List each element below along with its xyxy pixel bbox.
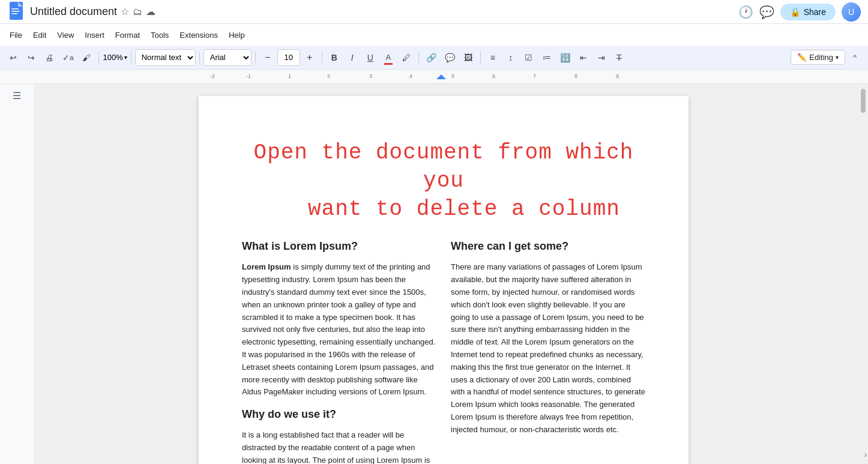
two-column-layout: What is Lorem Ipsum? Lorem Ipsum is simp…	[242, 240, 645, 464]
document-heading: Open the document from which you want to…	[242, 139, 645, 223]
separator-3	[199, 52, 200, 64]
increase-font-button[interactable]: +	[301, 49, 318, 66]
separator-2	[131, 52, 131, 64]
list-check-button[interactable]: ☑	[520, 49, 537, 66]
collapse-toolbar-button[interactable]: ^	[846, 49, 863, 66]
font-select[interactable]: Arial Times New Roman	[203, 49, 252, 66]
menu-insert[interactable]: Insert	[80, 28, 109, 42]
ruler: -2 -1 1 2 3 4 5 6 7 8 9	[0, 70, 868, 84]
right-column: Where can I get some? There are many var…	[451, 240, 645, 464]
link-button[interactable]: 🔗	[423, 49, 440, 66]
page: Open the document from which you want to…	[199, 96, 689, 464]
top-right-controls: 🕐 💬 🔒 Share U	[738, 2, 861, 22]
left-col-heading-1: What is Lorem Ipsum?	[242, 240, 436, 253]
text-color-button[interactable]: A	[380, 49, 397, 66]
svg-text:8: 8	[574, 73, 577, 79]
document-title[interactable]: Untitled document	[30, 5, 117, 18]
comments-icon[interactable]: 💬	[759, 5, 774, 19]
zoom-value: 100%	[103, 53, 122, 62]
clear-format-button[interactable]: T̶	[611, 49, 628, 66]
image-button[interactable]: 🖼	[460, 49, 477, 66]
document-title-area: Untitled document ☆ 🗂 ☁	[30, 5, 738, 18]
svg-text:4: 4	[409, 73, 412, 79]
svg-rect-3	[11, 11, 20, 12]
user-avatar[interactable]: U	[842, 2, 861, 22]
toolbar: ↩ ↪ 🖨 ✓a 🖌 100% ▾ Normal text Heading 1 …	[0, 46, 868, 70]
separator-6	[418, 52, 419, 64]
scroll-to-bottom[interactable]: ›	[864, 451, 867, 459]
left-column: What is Lorem Ipsum? Lorem Ipsum is simp…	[242, 240, 436, 464]
left-sidebar: ☰	[0, 84, 34, 464]
bold-button[interactable]: B	[326, 49, 343, 66]
redo-button[interactable]: ↪	[23, 49, 40, 66]
menu-bar: File Edit View Insert Format Tools Exten…	[0, 24, 868, 46]
menu-tools[interactable]: Tools	[146, 28, 173, 42]
history-icon[interactable]: 🕐	[738, 5, 753, 19]
zoom-dropdown-icon[interactable]: ▾	[124, 54, 127, 61]
svg-rect-2	[11, 8, 19, 10]
menu-view[interactable]: View	[52, 28, 79, 42]
paragraph-style-select[interactable]: Normal text Heading 1 Heading 2	[135, 49, 196, 66]
cloud-icon[interactable]: ☁	[146, 6, 155, 17]
menu-help[interactable]: Help	[224, 28, 250, 42]
separator-7	[480, 52, 481, 64]
paint-format-button[interactable]: 🖌	[78, 49, 95, 66]
svg-text:9: 9	[616, 73, 619, 79]
document-area[interactable]: Open the document from which you want to…	[34, 84, 854, 464]
bullet-list-button[interactable]: ≔	[538, 49, 555, 66]
italic-button[interactable]: I	[344, 49, 361, 66]
left-col-para-1: Lorem Ipsum is simply dummy text of the …	[242, 261, 436, 399]
right-scrollbar[interactable]: ›	[854, 84, 868, 464]
spellcheck-button[interactable]: ✓a	[59, 49, 77, 66]
main-layout: ☰ Open the document from which you want …	[0, 84, 868, 464]
svg-text:-2: -2	[210, 73, 215, 79]
svg-text:2: 2	[327, 73, 330, 79]
star-icon[interactable]: ☆	[121, 6, 129, 17]
lock-icon: 🔒	[790, 7, 800, 17]
svg-text:5: 5	[451, 73, 454, 79]
editing-mode-button[interactable]: ✏️ Editing ▾	[791, 50, 845, 65]
lorem-ipsum-bold: Lorem Ipsum	[242, 262, 291, 271]
menu-format[interactable]: Format	[110, 28, 145, 42]
zoom-control[interactable]: 100% ▾	[103, 53, 127, 62]
svg-text:3: 3	[369, 73, 372, 79]
share-label: Share	[804, 7, 826, 17]
print-button[interactable]: 🖨	[41, 49, 58, 66]
menu-file[interactable]: File	[5, 28, 27, 42]
align-button[interactable]: ≡	[484, 49, 501, 66]
right-col-para-1: There are many variations of passages of…	[451, 261, 645, 436]
line-spacing-button[interactable]: ↕	[502, 49, 519, 66]
comment-button[interactable]: 💬	[441, 49, 459, 66]
svg-text:6: 6	[492, 73, 495, 79]
folder-icon[interactable]: 🗂	[133, 7, 142, 17]
separator-1	[98, 52, 99, 64]
svg-rect-4	[11, 13, 17, 14]
right-col-heading-1: Where can I get some?	[451, 240, 645, 253]
numbered-list-button[interactable]: 🔢	[556, 49, 574, 66]
scroll-thumb[interactable]	[861, 89, 866, 113]
editing-pencil-icon: ✏️	[797, 53, 807, 62]
share-button[interactable]: 🔒 Share	[780, 4, 836, 20]
menu-edit[interactable]: Edit	[28, 28, 51, 42]
decrease-indent-button[interactable]: ⇤	[575, 49, 592, 66]
underline-button[interactable]: U	[362, 49, 379, 66]
font-size-input[interactable]	[277, 49, 300, 66]
undo-button[interactable]: ↩	[5, 49, 22, 66]
left-col-heading-2: Why do we use it?	[242, 408, 436, 421]
separator-5	[322, 52, 322, 64]
increase-indent-button[interactable]: ⇥	[593, 49, 610, 66]
highlight-button[interactable]: 🖊	[398, 49, 415, 66]
svg-text:1: 1	[288, 73, 291, 79]
editing-label: Editing	[809, 53, 833, 62]
editing-dropdown-icon: ▾	[836, 54, 839, 61]
title-bar: Untitled document ☆ 🗂 ☁ 🕐 💬 🔒 Share U	[0, 0, 868, 24]
outline-button[interactable]: ☰	[13, 90, 21, 101]
app-icon	[7, 0, 25, 24]
lorem-ipsum-text: is simply dummy text of the printing and…	[242, 262, 435, 396]
svg-text:7: 7	[533, 73, 536, 79]
decrease-font-button[interactable]: −	[259, 49, 276, 66]
left-col-para-2: It is a long established fact that a rea…	[242, 429, 436, 464]
separator-4	[255, 52, 256, 64]
svg-text:-1: -1	[246, 73, 251, 79]
menu-extensions[interactable]: Extensions	[175, 28, 223, 42]
